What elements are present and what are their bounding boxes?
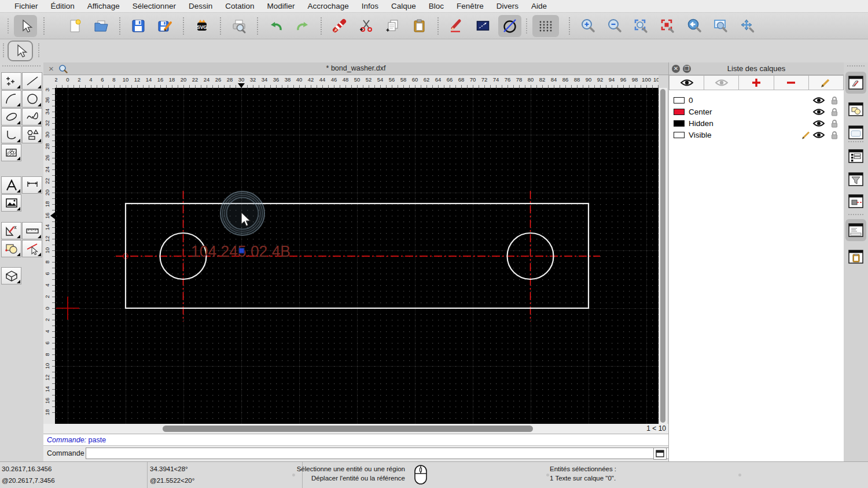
command-input[interactable] <box>86 448 694 459</box>
layer-lock-icon[interactable] <box>830 119 838 128</box>
menu-fichier[interactable]: Fichier <box>8 2 45 10</box>
arc-tool-button[interactable] <box>1 90 21 108</box>
pen-settings-button[interactable] <box>445 15 468 37</box>
horizontal-scrollbar-thumb[interactable] <box>163 426 533 432</box>
layer-lock-toggle[interactable] <box>830 108 838 119</box>
zoom-window-button[interactable] <box>709 15 733 37</box>
command-line-panel-button[interactable] <box>845 219 866 241</box>
layer-color-swatch[interactable] <box>674 109 685 115</box>
layer-row-hidden[interactable]: Hidden <box>669 118 844 130</box>
layer-row-0[interactable]: 0 <box>669 95 844 106</box>
layer-row-visible[interactable]: Visible <box>669 130 844 141</box>
layer-lock-toggle[interactable] <box>830 119 838 130</box>
select-pointer-button[interactable] <box>14 15 37 37</box>
text-tool-button[interactable] <box>1 176 21 194</box>
save-button[interactable] <box>127 15 150 37</box>
polyline-tool-button[interactable] <box>1 126 21 143</box>
edit-layer-button[interactable] <box>809 75 844 90</box>
new-file-button[interactable] <box>63 15 86 37</box>
menu-infos[interactable]: Infos <box>355 2 385 10</box>
hatch-tool-button[interactable] <box>1 144 21 161</box>
hide-all-layers-button[interactable] <box>704 75 739 90</box>
layer-lock-toggle[interactable] <box>830 96 838 107</box>
menu-fenetre[interactable]: Fenêtre <box>450 2 490 10</box>
menu-dessin[interactable]: Dessin <box>182 2 219 10</box>
menu-calque[interactable]: Calque <box>385 2 422 10</box>
zoom-in-button[interactable] <box>576 15 599 37</box>
layer-lock-toggle[interactable] <box>830 131 838 142</box>
line-tool-button[interactable] <box>22 72 42 90</box>
horizontal-scrollbar[interactable]: 1 < 10 <box>43 424 668 434</box>
layer-visibility-toggle[interactable] <box>812 96 825 107</box>
layer-visibility-toggle[interactable] <box>812 119 825 130</box>
block-list-panel-button[interactable] <box>845 98 866 120</box>
measure-tool-button[interactable] <box>22 222 42 239</box>
zoom-out-button[interactable] <box>603 15 626 37</box>
export-svg-button[interactable]: SVG <box>190 15 214 37</box>
spline-tool-button[interactable] <box>22 108 42 125</box>
print-preview-button[interactable] <box>227 15 251 37</box>
zoom-auto-button[interactable] <box>630 15 653 37</box>
undo-button[interactable] <box>264 15 288 37</box>
grid-toggle[interactable] <box>532 15 559 37</box>
layer-row-center[interactable]: Center <box>669 106 844 118</box>
drawing-canvas[interactable]: 104.245.02.4B <box>55 88 659 424</box>
modify-tool-button[interactable] <box>1 222 21 239</box>
image-tool-button[interactable] <box>1 194 21 212</box>
layer-visibility-icon[interactable] <box>812 108 825 116</box>
layer-visibility-icon[interactable] <box>812 119 825 128</box>
zoom-previous-button[interactable] <box>683 15 706 37</box>
add-layer-button[interactable] <box>739 75 774 90</box>
library-browser-panel-button[interactable] <box>845 121 866 143</box>
menu-selectionner[interactable]: Sélectionner <box>126 2 182 10</box>
menu-aide[interactable]: Aide <box>525 2 553 10</box>
menu-affichage[interactable]: Affichage <box>81 2 126 10</box>
filter-panel-button[interactable] <box>845 168 866 190</box>
menu-divers[interactable]: Divers <box>490 2 525 10</box>
layer-color-swatch[interactable] <box>674 120 685 127</box>
layer-lock-icon[interactable] <box>830 131 838 139</box>
remove-layer-button[interactable] <box>774 75 809 90</box>
vertical-scrollbar-thumb[interactable] <box>660 89 665 423</box>
layer-visibility-icon[interactable] <box>812 96 825 105</box>
zoom-selected-button[interactable] <box>656 15 679 37</box>
layer-visibility-icon[interactable] <box>812 131 825 139</box>
delete-button[interactable] <box>328 15 351 37</box>
draft-mode-toggle[interactable] <box>498 15 521 37</box>
selection-handle[interactable] <box>239 248 244 253</box>
layer-color-swatch[interactable] <box>674 97 685 103</box>
save-as-button[interactable] <box>153 15 176 37</box>
menu-modifier[interactable]: Modifier <box>260 2 301 10</box>
polygon-tool-button[interactable] <box>22 126 42 143</box>
clipboard-panel-button[interactable] <box>845 246 866 268</box>
menu-cotation[interactable]: Cotation <box>219 2 260 10</box>
ellipse-tool-button[interactable] <box>1 108 21 125</box>
menu-bloc[interactable]: Bloc <box>422 2 450 10</box>
pan-button[interactable] <box>736 15 759 37</box>
copy-button[interactable] <box>381 15 404 37</box>
show-all-layers-button[interactable] <box>669 75 704 90</box>
vertical-scrollbar[interactable] <box>659 88 667 424</box>
layer-list-panel-button[interactable] <box>845 72 866 94</box>
measurement-panel-button[interactable] <box>845 190 866 212</box>
layer-visibility-toggle[interactable] <box>812 131 825 142</box>
layer-lock-icon[interactable] <box>830 96 838 105</box>
menu-edition[interactable]: Édition <box>45 2 81 10</box>
point-tool-button[interactable] <box>1 72 21 90</box>
selection-tool-button[interactable] <box>8 40 33 61</box>
cut-button[interactable] <box>355 15 378 37</box>
selection-window-button[interactable] <box>472 15 495 37</box>
layer-color-swatch[interactable] <box>674 132 685 138</box>
select-entity-tool-button[interactable] <box>22 240 42 257</box>
layer-visibility-toggle[interactable] <box>812 108 825 119</box>
dimension-tool-button[interactable] <box>22 176 42 194</box>
paste-button[interactable] <box>408 15 431 37</box>
redo-button[interactable] <box>291 15 314 37</box>
circle-tool-button[interactable] <box>22 90 42 108</box>
layer-lock-icon[interactable] <box>830 108 838 116</box>
open-file-button[interactable] <box>90 15 113 37</box>
solid-3d-tool-button[interactable] <box>1 267 21 284</box>
entity-list-panel-button[interactable] <box>845 145 866 167</box>
menu-accrochage[interactable]: Accrochage <box>301 2 355 10</box>
block-tool-button[interactable] <box>1 240 21 257</box>
